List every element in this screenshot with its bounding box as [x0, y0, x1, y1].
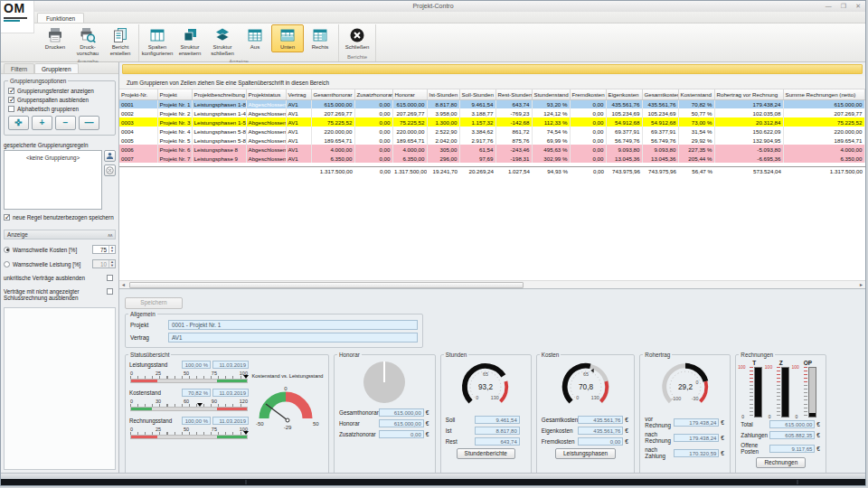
table-cell[interactable]: 69.377,91 [642, 127, 678, 136]
table-cell[interactable]: Projekt Nr. 5 [157, 136, 192, 145]
table-cell[interactable]: 0,00 [570, 99, 606, 108]
column-header[interactable]: Gesamthonorar [311, 89, 354, 99]
column-header[interactable]: Summe Rechnungen (netto) [783, 89, 864, 99]
maximize-button[interactable]: ❐ [841, 1, 846, 12]
table-cell[interactable]: 207.269,77 [311, 108, 354, 117]
table-cell[interactable]: AV1 [286, 136, 311, 145]
table-cell[interactable]: 0,00 [354, 99, 392, 108]
table-cell[interactable]: 05.12 [864, 117, 865, 127]
table-cell[interactable]: 29,92 % [678, 136, 714, 145]
table-cell[interactable]: 2.042,00 [427, 136, 459, 145]
table-cell[interactable]: Abgeschlossen [246, 145, 286, 154]
column-header[interactable]: Kostenstand [678, 89, 714, 99]
table-cell[interactable]: Projekt Nr. 7 [157, 154, 192, 163]
table-cell[interactable]: Projekt Nr. 2 [157, 108, 192, 117]
add-all-groups-button[interactable]: ✜ [8, 116, 29, 130]
horizontal-scrollbar[interactable]: ◄ ► [119, 280, 865, 288]
remove-all-groups-button[interactable]: — [79, 116, 99, 130]
table-cell[interactable]: 207.269,77 [783, 108, 864, 117]
collapse-icon[interactable]: ∧∧ [108, 232, 112, 238]
table-cell[interactable]: 6.350,00 [783, 154, 864, 163]
drucken-button[interactable]: Drucken [39, 24, 71, 52]
checkbox-alphabetisch[interactable] [8, 106, 14, 112]
table-cell[interactable]: 220.000,00 [392, 127, 427, 136]
table-cell[interactable]: 0,00 [570, 136, 606, 145]
table-cell[interactable]: 73,00 % [678, 117, 714, 127]
apply-rule-button[interactable] [104, 150, 116, 162]
table-cell[interactable]: 75.225,52 [392, 117, 427, 127]
warnschwelle-leistung-spinner[interactable]: 10▲▼ [92, 259, 116, 268]
table-cell[interactable]: Abgeschlossen [246, 108, 286, 117]
table-cell[interactable]: 2.522,90 [427, 127, 459, 136]
saved-rule-item[interactable]: <keine Gruppierung> [26, 155, 80, 161]
column-header[interactable]: Zusatzhonorar [354, 89, 392, 99]
column-header[interactable]: Projekt-Nr. [119, 89, 157, 99]
table-cell[interactable]: Abgeschlossen [246, 117, 286, 127]
table-cell[interactable]: -142,68 [495, 117, 532, 127]
table-cell[interactable]: 31.12 [864, 108, 865, 117]
column-header[interactable]: Letzte [864, 89, 865, 99]
checkbox-neue-regel[interactable] [4, 214, 10, 221]
table-cell[interactable]: 227,35 % [678, 145, 714, 154]
table-cell[interactable]: 105.234,69 [642, 108, 678, 117]
table-row[interactable]: 0002Projekt Nr. 2Leistungsphasen 1-4Abge… [119, 108, 865, 117]
minimize-button[interactable]: — [826, 1, 832, 12]
table-cell[interactable]: Abgeschlossen [246, 99, 286, 108]
table-cell[interactable]: 31.12 [864, 136, 865, 145]
projekt-field[interactable]: 0001 - Projekt Nr. 1 [168, 320, 418, 330]
column-header[interactable]: Ist-Stunden [427, 89, 459, 99]
table-row[interactable]: 0003Projekt Nr. 3Leistungsphasen 1-5Abge… [119, 117, 865, 127]
table-cell[interactable]: -6.695,36 [714, 154, 783, 163]
table-cell[interactable]: 4.000,00 [392, 145, 427, 154]
table-cell[interactable]: 54.912,68 [606, 117, 642, 127]
table-cell[interactable]: AV1 [286, 108, 311, 117]
checkbox-schlussrechnung[interactable] [107, 288, 113, 295]
table-cell[interactable]: 31.12 [864, 145, 865, 154]
table-cell[interactable]: 1.157,32 [459, 117, 495, 127]
table-cell[interactable]: 13.045,36 [606, 154, 642, 163]
column-header[interactable]: Projektbeschreibung [192, 89, 246, 99]
column-header[interactable]: Rohertrag vor Rechnung [714, 89, 783, 99]
table-cell[interactable]: 93,20 % [532, 99, 570, 108]
bericht-erstellen-button[interactable]: Berichterstellen [104, 24, 137, 58]
table-cell[interactable]: Leistungsphasen 1-5 [192, 117, 246, 127]
table-cell[interactable]: 189.654,71 [392, 136, 427, 145]
table-cell[interactable]: 207.269,77 [392, 108, 427, 117]
table-cell[interactable]: Projekt Nr. 1 [157, 99, 192, 108]
add-group-button[interactable]: + [32, 116, 52, 130]
column-header[interactable]: Honorar [392, 89, 427, 99]
table-cell[interactable]: 435.561,76 [606, 99, 642, 108]
table-cell[interactable]: 0,00 [570, 117, 606, 127]
table-cell[interactable]: 220.000,00 [311, 127, 354, 136]
column-header[interactable]: Rest-Stunden [495, 89, 532, 99]
table-cell[interactable]: 56.749,76 [642, 136, 678, 145]
table-cell[interactable]: Leistungsphasen 1-8 [192, 99, 246, 108]
tab-funktionen[interactable]: Funktionen [37, 13, 84, 23]
table-cell[interactable]: 643,74 [495, 99, 532, 108]
close-button[interactable]: ✕ [855, 1, 861, 12]
stundenberichte-button[interactable]: Stundenberichte [457, 448, 515, 459]
table-cell[interactable]: 8.817,80 [427, 99, 459, 108]
table-cell[interactable]: 3.384,62 [459, 127, 495, 136]
table-cell[interactable]: 74,54 % [532, 127, 570, 136]
table-cell[interactable]: 615.000,00 [392, 99, 427, 108]
table-cell[interactable]: 54.912,68 [642, 117, 678, 127]
table-row[interactable]: 0005Projekt Nr. 5Leistungsphasen 5-8Abge… [119, 136, 865, 145]
spalten-konfigurieren-button[interactable]: Spaltenkonfigurieren [141, 24, 174, 58]
table-cell[interactable]: 6.350,00 [311, 154, 354, 163]
leistungsphasen-button[interactable]: Leistungsphasen [555, 448, 616, 459]
table-row[interactable]: 0004Projekt Nr. 4Leistungsphasen 5-8Abge… [119, 127, 865, 136]
table-cell[interactable]: 61,54 [459, 145, 495, 154]
table-row[interactable]: 0006Projekt Nr. 6Leistungsphase 8Abgesch… [119, 145, 865, 154]
table-cell[interactable]: Leistungsphase 8 [192, 145, 246, 154]
table-cell[interactable]: AV1 [286, 127, 311, 136]
aus-button[interactable]: Aus [239, 24, 271, 52]
table-cell[interactable]: 4.000,00 [311, 145, 354, 154]
table-cell[interactable]: 0001 [119, 99, 157, 108]
table-cell[interactable]: 0002 [119, 108, 157, 117]
table-cell[interactable]: 9.093,80 [642, 145, 678, 154]
table-cell[interactable]: 124,12 % [532, 108, 570, 117]
table-cell[interactable]: Projekt Nr. 6 [157, 145, 192, 154]
table-cell[interactable]: -243,46 [495, 145, 532, 154]
rechnungen-button[interactable]: Rechnungen [756, 457, 806, 468]
